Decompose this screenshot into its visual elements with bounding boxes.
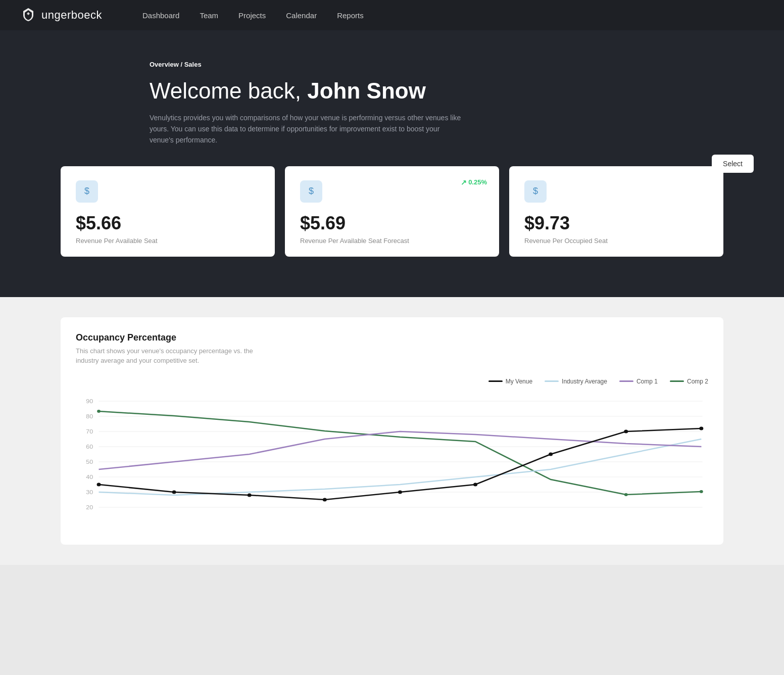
svg-text:70: 70 [86, 428, 93, 434]
point-c2-7 [624, 493, 628, 496]
legend-comp1: Comp 1 [619, 378, 658, 385]
legend-label-industry-avg: Industry Average [562, 378, 607, 385]
point-mv-2 [248, 493, 252, 497]
title-name: John Snow [307, 78, 426, 103]
point-mv-8 [699, 426, 703, 430]
card-label-revpar-forecast: Revenue Per Available Seat Forecast [300, 237, 484, 245]
point-mv-1 [172, 490, 176, 494]
legend-color-comp1 [619, 380, 633, 382]
card-icon-revpos: $ [524, 180, 547, 203]
legend-industry-avg: Industry Average [545, 378, 607, 385]
legend-color-comp2 [670, 380, 684, 382]
metrics-row: $ $5.66 Revenue Per Available Seat $ ↗ 0… [0, 166, 784, 257]
legend-comp2: Comp 2 [670, 378, 708, 385]
card-label-revpar: Revenue Per Available Seat [76, 237, 260, 245]
occupancy-chart-section: Occupancy Percentage This chart shows yo… [61, 317, 723, 545]
main-content: Occupancy Percentage This chart shows yo… [0, 297, 784, 565]
trend-up-icon: ↗ [461, 178, 467, 186]
brand-name: ungerboeck [41, 9, 102, 22]
legend-label-comp1: Comp 1 [636, 378, 658, 385]
nav-reports[interactable]: Reports [337, 9, 364, 22]
legend-label-comp2: Comp 2 [687, 378, 708, 385]
svg-text:40: 40 [86, 473, 93, 479]
hero-section: Overview / Sales Welcome back, John Snow… [0, 30, 784, 297]
title-prefix: Welcome back, [150, 78, 307, 103]
logo-icon [20, 7, 36, 23]
chart-description: This chart shows your venue's occupancy … [76, 346, 268, 366]
point-c2-8 [700, 490, 703, 493]
nav-projects[interactable]: Projects [238, 9, 266, 22]
nav-calendar[interactable]: Calendar [286, 9, 317, 22]
hero-content: Overview / Sales Welcome back, John Snow… [89, 61, 695, 146]
main-nav: Dashboard Team Projects Calendar Reports [142, 9, 364, 22]
point-mv-5 [473, 483, 477, 486]
chart-container: 90 80 70 60 50 40 30 20 [76, 391, 708, 535]
card-value-revpar-forecast: $5.69 [300, 213, 484, 234]
brand[interactable]: ungerboeck [20, 7, 102, 23]
breadcrumb-current: Sales [184, 61, 202, 68]
svg-text:90: 90 [86, 398, 93, 404]
card-label-revpos: Revenue Per Occupied Seat [524, 237, 708, 245]
svg-text:50: 50 [86, 458, 93, 464]
card-icon-revpar-forecast: $ [300, 180, 322, 203]
metric-card-revpos: $ $9.73 Revenue Per Occupied Seat [509, 166, 723, 257]
point-mv-6 [549, 452, 553, 456]
chart-legend: My Venue Industry Average Comp 1 Comp 2 [76, 378, 708, 385]
point-mv-7 [624, 429, 628, 433]
point-mv-4 [398, 490, 402, 494]
card-icon-revpar: $ [76, 180, 98, 203]
badge-value: 0.25% [468, 178, 487, 186]
line-my-venue [99, 428, 702, 500]
metric-card-revpar: $ $5.66 Revenue Per Available Seat [61, 166, 275, 257]
card-value-revpar: $5.66 [76, 213, 260, 234]
point-mv-0 [97, 483, 101, 486]
line-comp2 [99, 411, 702, 495]
breadcrumb: Overview / Sales [150, 61, 634, 68]
line-industry-avg [99, 439, 702, 495]
line-chart-svg: 90 80 70 60 50 40 30 20 [76, 391, 708, 533]
card-value-revpos: $9.73 [524, 213, 708, 234]
breadcrumb-separator: / [180, 61, 184, 68]
page-title: Welcome back, John Snow [150, 78, 634, 104]
legend-color-industry-avg [545, 380, 559, 382]
point-c2-0 [97, 410, 101, 413]
hero-description: Venulytics provides you with comparisons… [150, 112, 463, 146]
svg-text:60: 60 [86, 443, 93, 449]
legend-my-venue: My Venue [488, 378, 532, 385]
nav-team[interactable]: Team [200, 9, 218, 22]
legend-color-my-venue [488, 380, 503, 382]
svg-text:30: 30 [86, 489, 93, 495]
svg-text:80: 80 [86, 413, 93, 419]
card-badge-revpar-forecast: ↗ 0.25% [461, 178, 487, 186]
svg-text:20: 20 [86, 504, 93, 510]
chart-title: Occupancy Percentage [76, 332, 708, 343]
breadcrumb-overview[interactable]: Overview [150, 61, 179, 68]
legend-label-my-venue: My Venue [506, 378, 532, 385]
metric-card-revpar-forecast: $ ↗ 0.25% $5.69 Revenue Per Available Se… [285, 166, 499, 257]
point-mv-3 [323, 498, 327, 501]
navbar: ungerboeck Dashboard Team Projects Calen… [0, 0, 784, 30]
nav-dashboard[interactable]: Dashboard [142, 9, 179, 22]
